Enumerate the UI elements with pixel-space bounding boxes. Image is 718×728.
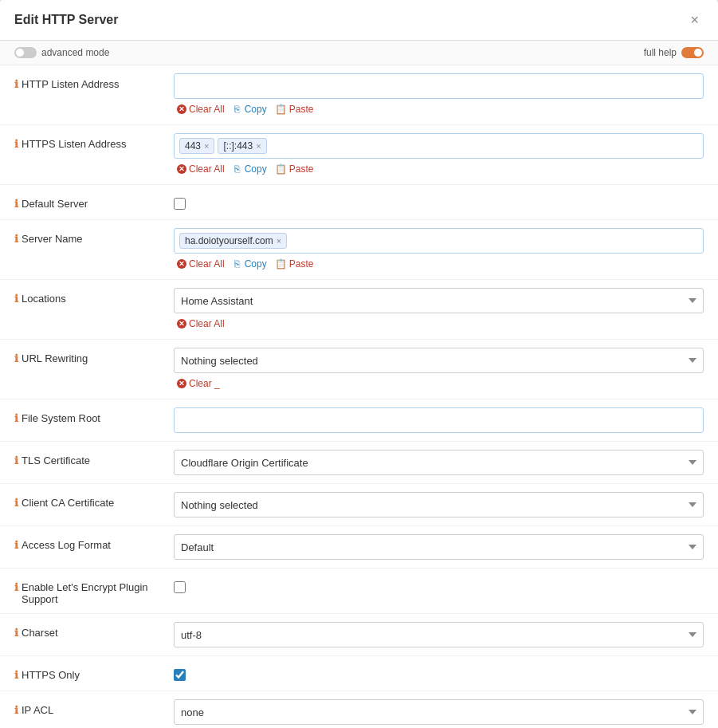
server-name-actions: ✕ Clear All ⎘ Copy 📋 Paste <box>174 257 704 271</box>
http-copy-icon: ⎘ <box>233 104 242 114</box>
locations-row: ℹ Locations Home Assistant ✕ Clear All <box>0 280 718 340</box>
access-log-format-info-icon[interactable]: ℹ <box>14 539 18 551</box>
server-name-copy-link[interactable]: ⎘ Copy <box>230 257 270 271</box>
https-only-info-icon[interactable]: ℹ <box>14 669 18 681</box>
https-paste-icon: 📋 <box>275 163 287 175</box>
server-name-tag-domain: ha.doiotyourself.com × <box>179 233 287 249</box>
access-log-format-content: Default <box>174 534 704 560</box>
https-copy-link[interactable]: ⎘ Copy <box>230 162 270 176</box>
https-tag-443: 443 × <box>179 138 214 154</box>
server-name-info-icon[interactable]: ℹ <box>14 233 18 245</box>
https-listen-address-row: ℹ HTTPS Listen Address 443 × [::]:443 × … <box>0 125 718 185</box>
charset-content: utf-8 none <box>174 622 704 647</box>
lets-encrypt-row: ℹ Enable Let's Encrypt Plugin Support <box>0 569 718 614</box>
lets-encrypt-info-icon[interactable]: ℹ <box>14 581 18 593</box>
http-copy-link[interactable]: ⎘ Copy <box>230 102 270 116</box>
locations-info-icon[interactable]: ℹ <box>14 293 18 305</box>
locations-clear-icon: ✕ <box>177 319 186 329</box>
https-clear-all-link[interactable]: ✕ Clear All <box>174 162 228 176</box>
charset-select[interactable]: utf-8 none <box>174 622 704 647</box>
https-only-row: ℹ HTTPS Only <box>0 656 718 691</box>
advanced-mode-toggle[interactable]: advanced mode <box>14 47 109 58</box>
client-ca-certificate-select[interactable]: Nothing selected <box>174 492 704 517</box>
https-listen-address-label: ℹ HTTPS Listen Address <box>14 133 174 150</box>
https-only-checkbox[interactable] <box>174 669 186 681</box>
full-help-toggle[interactable]: full help <box>644 47 704 58</box>
client-ca-certificate-info-icon[interactable]: ℹ <box>14 497 18 509</box>
close-button[interactable]: × <box>685 11 704 29</box>
charset-info-icon[interactable]: ℹ <box>14 627 18 639</box>
http-paste-link[interactable]: 📋 Paste <box>272 102 317 116</box>
https-tag-ipv6-remove[interactable]: × <box>256 141 261 151</box>
url-rewriting-clear-link[interactable]: ✕ Clear _ <box>174 376 223 391</box>
tls-certificate-row: ℹ TLS Certificate Cloudflare Origin Cert… <box>0 442 718 484</box>
client-ca-certificate-label: ℹ Client CA Certificate <box>14 492 174 509</box>
client-ca-certificate-content: Nothing selected <box>174 492 704 517</box>
advanced-mode-toggle-icon[interactable] <box>14 47 37 58</box>
charset-label: ℹ Charset <box>14 622 174 639</box>
https-tag-443-remove[interactable]: × <box>204 141 209 151</box>
url-rewriting-clear-icon: ✕ <box>177 379 186 388</box>
full-help-toggle-icon[interactable] <box>681 47 704 58</box>
locations-content: Home Assistant ✕ Clear All <box>174 288 704 331</box>
server-name-copy-icon: ⎘ <box>233 259 242 269</box>
lets-encrypt-checkbox[interactable] <box>174 581 186 593</box>
default-server-checkbox[interactable] <box>174 198 186 210</box>
default-server-info-icon[interactable]: ℹ <box>14 198 18 210</box>
ip-acl-label: ℹ IP ACL <box>14 699 174 716</box>
access-log-format-row: ℹ Access Log Format Default <box>0 526 718 569</box>
default-server-row: ℹ Default Server <box>0 185 718 220</box>
default-server-content <box>174 193 704 210</box>
lets-encrypt-label: ℹ Enable Let's Encrypt Plugin Support <box>14 576 174 605</box>
charset-row: ℹ Charset utf-8 none <box>0 614 718 656</box>
locations-select[interactable]: Home Assistant <box>174 288 704 313</box>
http-listen-address-row: ℹ HTTP Listen Address ✕ Clear All ⎘ Copy… <box>0 65 718 125</box>
tls-certificate-label: ℹ TLS Certificate <box>14 450 174 466</box>
url-rewriting-info-icon[interactable]: ℹ <box>14 352 18 364</box>
http-listen-address-input[interactable] <box>174 73 704 99</box>
file-system-root-input[interactable] <box>174 407 704 433</box>
url-rewriting-row: ℹ URL Rewriting Nothing selected ✕ Clear… <box>0 340 718 399</box>
https-paste-link[interactable]: 📋 Paste <box>272 162 317 176</box>
https-only-label: ℹ HTTPS Only <box>14 664 174 681</box>
ip-acl-select[interactable]: none <box>174 699 704 725</box>
advanced-bar: advanced mode full help <box>0 41 718 65</box>
form-body: ℹ HTTP Listen Address ✕ Clear All ⎘ Copy… <box>0 65 718 728</box>
server-name-tag-input[interactable]: ha.doiotyourself.com × <box>174 228 704 254</box>
server-name-content: ha.doiotyourself.com × ✕ Clear All ⎘ Cop… <box>174 228 704 271</box>
tls-certificate-select[interactable]: Cloudflare Origin Certificate <box>174 450 704 475</box>
modal: Edit HTTP Server × advanced mode full he… <box>0 0 718 728</box>
url-rewriting-select[interactable]: Nothing selected <box>174 348 704 373</box>
http-paste-icon: 📋 <box>275 104 287 115</box>
modal-header: Edit HTTP Server × <box>0 0 718 41</box>
locations-actions: ✕ Clear All <box>174 317 704 331</box>
http-listen-address-content: ✕ Clear All ⎘ Copy 📋 Paste <box>174 73 704 116</box>
server-name-clear-all-link[interactable]: ✕ Clear All <box>174 257 228 271</box>
tls-certificate-content: Cloudflare Origin Certificate <box>174 450 704 475</box>
server-name-row: ℹ Server Name ha.doiotyourself.com × ✕ C… <box>0 220 718 280</box>
client-ca-certificate-row: ℹ Client CA Certificate Nothing selected <box>0 484 718 526</box>
locations-label: ℹ Locations <box>14 288 174 305</box>
default-server-label: ℹ Default Server <box>14 193 174 210</box>
https-listen-address-info-icon[interactable]: ℹ <box>14 138 18 150</box>
http-clear-all-link[interactable]: ✕ Clear All <box>174 102 228 116</box>
http-listen-address-info-icon[interactable]: ℹ <box>14 78 18 90</box>
https-tag-ipv6: [::]:443 × <box>218 138 266 154</box>
access-log-format-label: ℹ Access Log Format <box>14 534 174 551</box>
server-name-paste-link[interactable]: 📋 Paste <box>272 257 317 271</box>
tls-certificate-info-icon[interactable]: ℹ <box>14 455 18 466</box>
https-listen-address-tag-input[interactable]: 443 × [::]:443 × <box>174 133 704 159</box>
server-name-clear-all-icon: ✕ <box>177 259 186 269</box>
file-system-root-info-icon[interactable]: ℹ <box>14 412 18 424</box>
file-system-root-content <box>174 407 704 433</box>
access-log-format-select[interactable]: Default <box>174 534 704 560</box>
ip-acl-info-icon[interactable]: ℹ <box>14 704 18 716</box>
lets-encrypt-content <box>174 576 704 593</box>
locations-clear-link[interactable]: ✕ Clear All <box>174 317 228 331</box>
server-name-tag-remove[interactable]: × <box>277 236 281 246</box>
url-rewriting-content: Nothing selected ✕ Clear _ <box>174 348 704 391</box>
modal-title: Edit HTTP Server <box>14 13 118 27</box>
http-listen-address-label: ℹ HTTP Listen Address <box>14 73 174 90</box>
http-listen-address-actions: ✕ Clear All ⎘ Copy 📋 Paste <box>174 102 704 116</box>
file-system-root-label: ℹ File System Root <box>14 407 174 424</box>
